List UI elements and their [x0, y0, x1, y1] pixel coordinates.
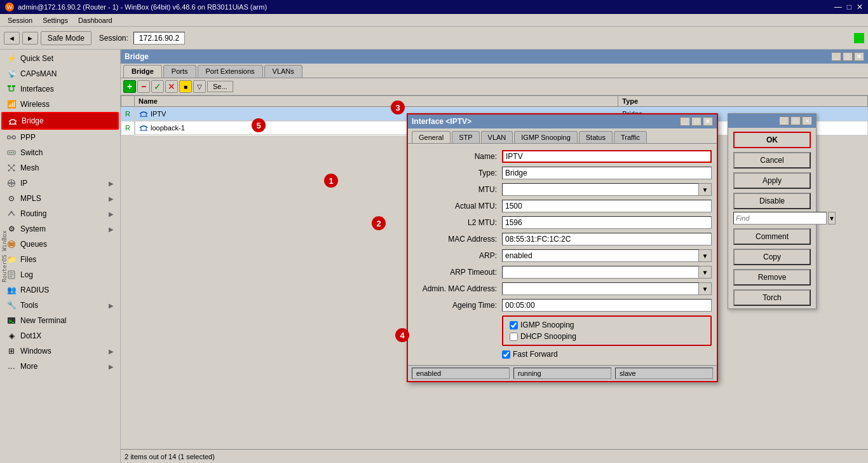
interface-close-btn[interactable]: ✕	[703, 117, 713, 126]
settings-btn[interactable]: Se...	[207, 81, 233, 92]
col-flag	[121, 96, 135, 107]
add-btn[interactable]: +	[123, 80, 136, 93]
sidebar-label-capsman: CAPsMAN	[20, 69, 114, 78]
admin-mac-dropdown-btn[interactable]: ▼	[699, 282, 712, 295]
find-dropdown-btn[interactable]: ▼	[828, 212, 836, 225]
disable-btn-panel[interactable]: Disable	[733, 193, 811, 209]
menu-session[interactable]: Session	[3, 15, 37, 25]
interface-tab-igmp-snooping[interactable]: IGMP Snooping	[514, 131, 577, 143]
mac-address-input[interactable]: 08:55:31:FC:1C:2C	[502, 233, 712, 245]
sidebar-item-ip[interactable]: IP ▶	[1, 176, 119, 191]
arp-label: ARP:	[413, 251, 502, 260]
sidebar-item-dot1x[interactable]: ◈ Dot1X	[1, 328, 119, 343]
filter-btn[interactable]: ▽	[193, 80, 206, 93]
sidebar-item-mpls[interactable]: ⊙ MPLS ▶	[1, 191, 119, 206]
l2-mtu-row: L2 MTU: 1596	[413, 216, 712, 229]
bridge-tab-port-extensions[interactable]: Port Extensions	[198, 65, 263, 78]
quick-set-icon: ⚡	[6, 53, 17, 64]
sidebar-item-quick-set[interactable]: ⚡ Quick Set	[1, 51, 119, 66]
sidebar-item-routing[interactable]: Routing ▶	[1, 206, 119, 221]
safe-mode-btn[interactable]: Safe Mode	[41, 31, 92, 45]
forward-btn[interactable]: ►	[22, 32, 38, 45]
col-name: Name	[134, 96, 618, 107]
interface-tab-vlan[interactable]: VLAN	[481, 131, 513, 143]
close-btn[interactable]: ✕	[857, 3, 863, 11]
sidebar-item-radius[interactable]: 👥 RADIUS	[1, 282, 119, 298]
sidebar-item-wireless[interactable]: 📶 Wireless	[1, 97, 119, 112]
interface-tab-traffic[interactable]: Traffic	[614, 131, 647, 143]
badge-1: 1	[324, 174, 338, 188]
sidebar-item-system[interactable]: ⚙ System ▶	[1, 221, 119, 237]
dhcp-snooping-checkbox[interactable]	[510, 333, 518, 341]
comment-btn-panel[interactable]: Comment	[733, 228, 811, 245]
mesh-icon	[6, 163, 17, 173]
mtu-dropdown-btn[interactable]: ▼	[699, 183, 712, 196]
remove-btn-panel[interactable]: Remove	[733, 269, 811, 286]
ageing-time-input[interactable]: 00:05:00	[502, 299, 712, 312]
apply-btn[interactable]: Apply	[733, 172, 811, 189]
arp-timeout-label: ARP Timeout:	[413, 268, 502, 277]
sidebar-item-windows[interactable]: ⊞ Windows ▶	[1, 343, 119, 359]
row-icon-1	[139, 109, 148, 119]
right-panel-minimize[interactable]: _	[779, 116, 789, 125]
sidebar-item-new-terminal[interactable]: New Terminal	[1, 313, 119, 328]
admin-mac-input[interactable]	[502, 282, 699, 295]
minimize-btn[interactable]: —	[834, 3, 842, 11]
sidebar-label-queues: Queues	[20, 240, 114, 249]
bridge-close-btn[interactable]: ✕	[854, 52, 864, 61]
right-panel-close[interactable]: ✕	[802, 116, 812, 125]
maximize-btn[interactable]: □	[847, 3, 851, 11]
ok-btn[interactable]: OK	[733, 132, 811, 148]
mtu-input[interactable]	[502, 183, 699, 196]
routing-arrow: ▶	[109, 211, 114, 218]
bridge-tab-vlans[interactable]: VLANs	[264, 65, 302, 78]
sidebar-label-interfaces: Interfaces	[20, 85, 114, 93]
cancel-btn[interactable]: Cancel	[733, 152, 811, 169]
menu-settings[interactable]: Settings	[37, 15, 73, 25]
interface-minimize-btn[interactable]: _	[680, 117, 690, 126]
copy-btn[interactable]: Copy	[733, 249, 811, 265]
tools-arrow: ▶	[109, 302, 114, 309]
arp-dropdown-btn[interactable]: ▼	[699, 249, 712, 262]
interface-tab-general[interactable]: General	[412, 131, 451, 143]
sidebar-item-tools[interactable]: 🔧 Tools ▶	[1, 298, 119, 313]
sidebar-item-bridge[interactable]: Bridge	[1, 112, 119, 130]
sidebar-item-interfaces[interactable]: Interfaces	[1, 81, 119, 97]
sidebar-item-queues[interactable]: Queues	[1, 237, 119, 252]
comment-btn[interactable]: ■	[179, 80, 192, 93]
mtu-label: MTU:	[413, 185, 502, 194]
back-btn[interactable]: ◄	[4, 32, 20, 45]
arp-timeout-dropdown-btn[interactable]: ▼	[699, 266, 712, 279]
bridge-minimize-btn[interactable]: _	[831, 52, 841, 61]
interface-maximize-btn[interactable]: □	[691, 117, 702, 126]
sidebar-item-files[interactable]: 📁 Files	[1, 252, 119, 267]
right-panel-maximize[interactable]: □	[790, 116, 801, 125]
sidebar-item-switch[interactable]: Switch	[1, 145, 119, 160]
find-input[interactable]	[733, 212, 827, 225]
admin-mac-input-group: ▼	[502, 282, 712, 295]
system-arrow: ▶	[109, 226, 114, 233]
name-input[interactable]: IPTV	[502, 150, 712, 163]
sidebar-item-log[interactable]: Log	[1, 267, 119, 282]
ip-icon	[6, 178, 17, 188]
bridge-maximize-btn[interactable]: □	[843, 52, 853, 61]
bridge-tab-bridge[interactable]: Bridge	[123, 65, 162, 78]
col-type: Type	[618, 96, 868, 107]
sidebar-item-ppp[interactable]: PPP	[1, 130, 119, 145]
right-panel: _ □ ✕ OK Cancel Apply Disable ▼ Comment …	[728, 113, 817, 309]
sidebar-item-more[interactable]: … More ▶	[1, 359, 119, 374]
igmp-snooping-checkbox[interactable]	[510, 321, 518, 329]
remove-btn[interactable]: −	[137, 80, 150, 93]
sidebar-item-capsman[interactable]: 📡 CAPsMAN	[1, 66, 119, 81]
menu-dashboard[interactable]: Dashboard	[73, 15, 118, 25]
enable-btn[interactable]: ✓	[151, 80, 164, 93]
sidebar-item-mesh[interactable]: Mesh	[1, 160, 119, 176]
svg-rect-0	[8, 85, 11, 87]
disable-btn[interactable]: ✕	[165, 80, 178, 93]
interface-tab-stp[interactable]: STP	[452, 131, 479, 143]
interface-tab-status[interactable]: Status	[579, 131, 613, 143]
bridge-tab-ports[interactable]: Ports	[163, 65, 196, 78]
fast-forward-checkbox[interactable]	[502, 350, 510, 359]
torch-btn[interactable]: Torch	[733, 289, 811, 306]
arp-timeout-input[interactable]	[502, 266, 699, 279]
